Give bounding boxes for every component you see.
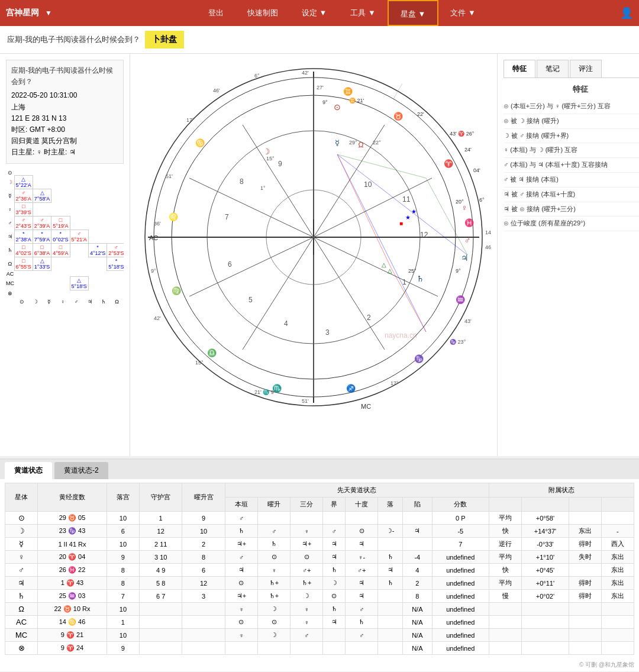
svg-text:4: 4 bbox=[284, 319, 288, 328]
svg-text:46': 46' bbox=[213, 88, 220, 93]
table-body: ⊙ 29 ♉ 05 10 1 9 ♂ 0 P 平均 +0°58' ☽ 23 ♑ … bbox=[5, 512, 634, 655]
svg-text:☿: ☿ bbox=[335, 138, 340, 147]
brand-logo[interactable]: 宫神星网 bbox=[6, 8, 39, 18]
svg-text:22°: 22° bbox=[373, 140, 381, 146]
chart-coords: 121 E 28 31 N 13 bbox=[11, 113, 118, 124]
svg-text:♍: ♍ bbox=[172, 286, 182, 296]
sub-jie: 界 bbox=[323, 497, 346, 512]
svg-text:27': 27' bbox=[317, 85, 324, 91]
svg-text:04': 04' bbox=[473, 167, 480, 173]
svg-text:10: 10 bbox=[364, 180, 372, 189]
col-house: 落宫 bbox=[106, 483, 139, 512]
svg-text:MC: MC bbox=[361, 403, 371, 410]
svg-text:11: 11 bbox=[402, 195, 411, 203]
chart-rulers: 日主星: ♀ 时主星: ♃ bbox=[11, 147, 118, 158]
sub-ben: 本垣 bbox=[225, 497, 257, 512]
svg-text:9: 9 bbox=[278, 160, 282, 168]
feature-item-7: ♃ 被 ⊙ 接纳 (曜升+三分) bbox=[504, 202, 639, 217]
svg-text:51': 51' bbox=[166, 173, 173, 179]
feature-item-8: ⊙ 位于峻度 (所有星座的29°) bbox=[504, 217, 639, 231]
nav-quickchart[interactable]: 快速制图 bbox=[235, 0, 290, 26]
svg-text:22': 22' bbox=[417, 111, 424, 117]
bottom-tab-0[interactable]: 黄道状态 bbox=[5, 462, 52, 479]
feature-item-4: ♂ (本垣) 与 ♃ (本垣+十度) 互容接纳 bbox=[504, 158, 639, 173]
table-row: ♃ 1 ♈ 43 8 5 8 12 ⊙ ♄+ ♄+ ☽ ♃ ♄ 2 undefi… bbox=[5, 577, 634, 590]
aspect-grid: ⊙ ☽ △5°22'A ☿ ♂2°36'A △7°58'A ♀ □3°39'S bbox=[6, 170, 124, 305]
table-row: ⊙ 29 ♉ 05 10 1 9 ♂ 0 P 平均 +0°58' bbox=[5, 512, 634, 525]
table-row: MC 9 ♈ 21 10 ♀ ☽ ♂ ♂ N/A undefined bbox=[5, 629, 634, 642]
chart-title: 应期-我的电子书阅读器什么时候会到？ bbox=[11, 65, 118, 88]
bottom-section: 黄道状态 黄道状态-2 星体 黄经度数 落宫 守护宫 曜升宫 先天黄道状态 附属… bbox=[0, 458, 639, 671]
chart-info-box: 应期-我的电子书阅读器什么时候会到？ 2022-05-20 10:31:00 上… bbox=[6, 60, 124, 164]
chart-wheel: ⊙ 9° ♊ 21' ☽ ☿ 29° Ω 22° ♀ 20° ♂ ♃ 9° bbox=[136, 60, 491, 416]
svg-text:■: ■ bbox=[399, 220, 403, 227]
feature-item-5: ♂ 被 ♃ 接纳 (本垣) bbox=[504, 173, 639, 188]
nav-settings[interactable]: 设定 ▼ bbox=[290, 0, 338, 26]
tab-comments[interactable]: 评注 bbox=[570, 60, 602, 77]
bottom-tab-1[interactable]: 黄道状态-2 bbox=[54, 462, 108, 479]
svg-text:14°: 14° bbox=[485, 230, 491, 235]
svg-text:51': 51' bbox=[302, 398, 309, 404]
svg-text:42': 42' bbox=[154, 315, 161, 321]
svg-text:9°: 9° bbox=[456, 268, 461, 274]
svg-text:6: 6 bbox=[228, 260, 232, 269]
right-tabs: 特征 笔记 评注 bbox=[504, 60, 639, 78]
sub-fus1 bbox=[569, 497, 601, 512]
svg-text:△: △ bbox=[388, 267, 392, 274]
feature-item-0: ⊙ (本垣+三分) 与 ♀ (曜升+三分) 互容 bbox=[504, 99, 639, 114]
tab-features[interactable]: 特征 bbox=[504, 60, 535, 77]
svg-text:5: 5 bbox=[248, 296, 253, 304]
svg-text:♂: ♂ bbox=[464, 235, 471, 245]
svg-text:36': 36' bbox=[154, 221, 161, 227]
svg-text:6°: 6° bbox=[254, 73, 260, 79]
svg-text:△: △ bbox=[382, 261, 386, 268]
svg-text:3: 3 bbox=[325, 328, 330, 337]
svg-text:♉: ♉ bbox=[393, 111, 404, 121]
svg-text:Ω: Ω bbox=[359, 141, 364, 149]
main-content: 应期-我的电子书阅读器什么时候会到？ 2022-05-20 10:31:00 上… bbox=[0, 54, 639, 456]
nav-chart[interactable]: 星盘 ▼ bbox=[388, 0, 438, 26]
nav-tools[interactable]: 工具 ▼ bbox=[338, 0, 387, 26]
table-row: ♀ 20 ♈ 04 9 3 10 8 ♂ ⊙ ⊙ ♃ ♀- ♄ -4 undef… bbox=[5, 551, 634, 564]
svg-text:17°: 17° bbox=[186, 117, 195, 123]
svg-text:24': 24' bbox=[464, 147, 472, 153]
svg-text:43' ♈ 26°: 43' ♈ 26° bbox=[450, 130, 475, 137]
left-panel: 应期-我的电子书阅读器什么时候会到？ 2022-05-20 10:31:00 上… bbox=[0, 54, 130, 456]
col-fushu: 附属状态 bbox=[489, 483, 634, 497]
svg-text:46': 46' bbox=[485, 244, 491, 250]
svg-text:21' ♏ 9°: 21' ♏ 9° bbox=[254, 389, 276, 396]
pugua-tab[interactable]: 卜卦盘 bbox=[145, 31, 184, 49]
breadcrumb-text: 应期-我的电子书阅读器什么时候会到？ bbox=[7, 34, 140, 45]
user-icon[interactable]: 👤 bbox=[620, 7, 633, 20]
table-row: ♄ 25 ♒ 03 7 6 7 3 ♃+ ♄+ ☽ ⊙ ♃ 8 undefine… bbox=[5, 590, 634, 603]
svg-text:♐: ♐ bbox=[346, 383, 356, 393]
svg-text:★: ★ bbox=[405, 214, 411, 221]
chart-location: 上海 bbox=[11, 102, 118, 113]
nav-logout[interactable]: 登出 bbox=[196, 0, 235, 26]
svg-text:★: ★ bbox=[411, 208, 417, 215]
col-xiantian: 先天黄道状态 bbox=[225, 483, 489, 497]
sub-speed bbox=[489, 497, 522, 512]
features-list: ⊙ (本垣+三分) 与 ♀ (曜升+三分) 互容 ⊙ 被 ☽ 接纳 (曜升) ☽… bbox=[504, 99, 639, 231]
nav-dropdown-arrow[interactable]: ▼ bbox=[45, 9, 52, 17]
svg-text:15°: 15° bbox=[195, 360, 204, 366]
table-row: ☽ 23 ♑ 43 6 12 10 ♄ ♂ ♀ ♂ ⊙ ☽- ♃ -5 快 +1… bbox=[5, 525, 634, 538]
svg-text:♌: ♌ bbox=[169, 212, 179, 222]
svg-text:7: 7 bbox=[225, 213, 229, 221]
svg-text:♒: ♒ bbox=[456, 295, 466, 305]
svg-text:1°: 1° bbox=[260, 185, 266, 191]
svg-text:25°: 25° bbox=[408, 268, 417, 274]
tab-notes[interactable]: 笔记 bbox=[537, 60, 569, 77]
watermark: naycna.cn bbox=[385, 331, 417, 340]
col-exalt: 曜升宫 bbox=[182, 483, 225, 512]
chart-system: 回归黄道 莫氏分宫制 bbox=[11, 135, 118, 147]
nav-files[interactable]: 文件 ▼ bbox=[438, 0, 487, 26]
svg-text:29°: 29° bbox=[349, 140, 357, 146]
right-panel: 特征 笔记 评注 特征 ⊙ (本垣+三分) 与 ♀ (曜升+三分) 互容 ⊙ 被… bbox=[497, 54, 639, 456]
sub-shi: 十度 bbox=[346, 497, 378, 512]
svg-text:8: 8 bbox=[240, 177, 244, 186]
svg-text:♊: ♊ bbox=[343, 86, 353, 96]
table-row: ♂ 26 ♓ 22 8 4 9 6 ♃ ♀ ♂+ ♄ ♂+ ♃ 4 undefi… bbox=[5, 564, 634, 577]
svg-text:9°: 9° bbox=[322, 99, 328, 105]
svg-text:AC: AC bbox=[149, 234, 158, 241]
